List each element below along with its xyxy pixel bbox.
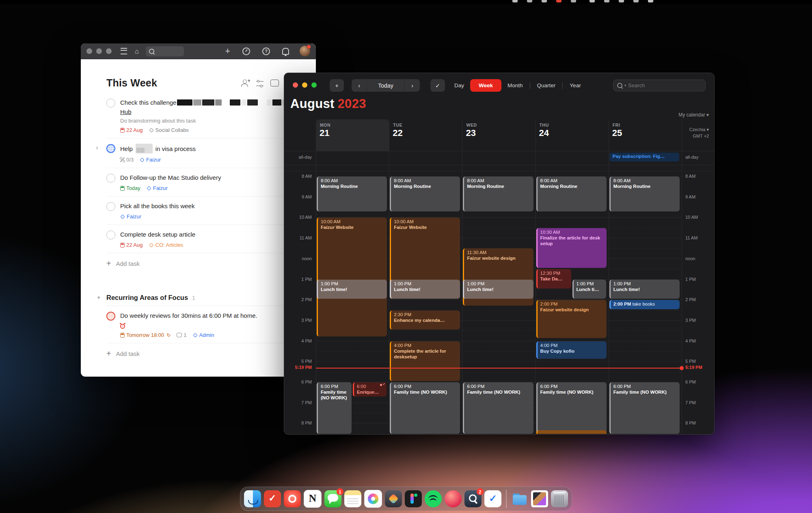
tasks-check-button[interactable]: ✓ [430, 79, 445, 92]
help-icon[interactable] [262, 47, 270, 55]
timezone-region[interactable]: Czechia ▾ [689, 127, 709, 132]
calendar-event[interactable]: 4:00 PMComplete the article for desksetu… [390, 341, 460, 381]
todoist-titlebar[interactable] [81, 43, 316, 59]
calendar-event[interactable]: 8:00 AMMorning Routine [463, 177, 533, 211]
dock-icon-finder[interactable] [244, 490, 261, 507]
dock-icon-screenshot-preview[interactable] [531, 490, 548, 507]
window-zoom-button[interactable] [311, 82, 317, 88]
calendar-event[interactable]: 8:00 AMMorning Routine [317, 177, 387, 211]
calendar-event[interactable]: 6:00 PMFamily time (NO WORK) [536, 382, 607, 434]
task-checkbox[interactable] [106, 174, 115, 183]
task-checkbox[interactable] [106, 99, 115, 108]
dock-icon-pink-media-app[interactable] [445, 490, 462, 507]
menubar-status-icon[interactable] [633, 0, 639, 2]
calendar-event[interactable]: 10:30 AMFinalize the article for desk se… [536, 228, 607, 268]
dock-icon-notes[interactable] [344, 490, 361, 507]
calendar-event[interactable]: 1:00 PMLunch time! [463, 280, 533, 299]
calendar-event[interactable]: 2:00 PMFaizur website design [536, 300, 607, 338]
view-tab-week[interactable]: Week [470, 79, 501, 92]
calendar-event[interactable]: 1:00 PMLunch time! [390, 280, 460, 299]
my-calendar-selector[interactable]: My calendar ▾ [678, 112, 709, 118]
task-checkbox[interactable] [106, 144, 115, 153]
next-week-button[interactable]: › [404, 79, 420, 92]
menubar-status-icon[interactable] [619, 0, 624, 2]
dock-icon-figma[interactable] [405, 490, 422, 507]
calendar-search-input[interactable]: ▾ Search [613, 80, 706, 91]
calendar-event[interactable]: 1:00 PMLunch time! [317, 280, 387, 299]
today-button[interactable]: Today [367, 79, 404, 92]
dock-icon-cube-app[interactable] [385, 490, 402, 507]
dock-icon-red-utility-app[interactable] [284, 490, 301, 507]
calendar-event[interactable]: 4:00 PMBuy Copy kofio [536, 341, 607, 359]
dock-icon-pinwheel-app[interactable] [364, 490, 382, 508]
calendar-event[interactable]: 10:00 AMFaizur Website [317, 218, 387, 336]
task-row[interactable]: Check this challengeHubDo brainstorming … [106, 93, 300, 138]
add-task-button[interactable]: + Add task [106, 343, 300, 364]
calendar-event[interactable]: 6:00 PMFamily time (NO WORK) [463, 382, 533, 434]
dock-icon-downloads-folder[interactable] [511, 490, 528, 507]
window-close-button[interactable] [86, 48, 92, 54]
calendar-event[interactable]: 6:00 PMFamily time (NO WORK) [390, 382, 460, 434]
calendar-event[interactable] [536, 430, 607, 434]
task-row[interactable]: Do weekly reviews for 30mins at 6:00 PM … [106, 306, 300, 343]
calendar-event[interactable]: 12:30 PMTake Da… [536, 269, 571, 289]
menubar-status-icon[interactable] [648, 0, 653, 2]
add-task-button[interactable]: + Add task [106, 253, 300, 274]
day-header-date[interactable]: 23 [466, 128, 475, 138]
calendar-event[interactable]: 8:00 AMMorning Routine [609, 177, 680, 211]
home-icon[interactable] [135, 48, 139, 55]
task-row[interactable]: Complete desk setup article22 AugCO: Art… [106, 225, 300, 253]
menubar-status-icon[interactable] [590, 0, 595, 2]
avatar[interactable] [300, 46, 310, 56]
dock-icon-search-utility-app[interactable]: 2 [464, 490, 482, 507]
calendar-event[interactable]: 8:00 AMMorning Routine [536, 177, 607, 211]
add-task-quick-button[interactable] [225, 47, 230, 56]
view-tab-year[interactable]: Year [564, 79, 587, 92]
section-header-recurring[interactable]: ▾ Recurring Areas of Focus 1 [106, 294, 300, 306]
task-row[interactable]: Do Follow-up the Mac Studio deliveryToda… [106, 168, 300, 196]
calendar-event[interactable]: 1:00 PMLunch time! [609, 280, 680, 299]
menubar-status-icon[interactable] [571, 0, 576, 2]
menubar-status-icon[interactable] [512, 0, 518, 2]
calendar-event[interactable]: 2:30 PMEnhance my calenda… [390, 310, 460, 330]
day-header-date[interactable]: 22 [393, 128, 402, 138]
view-tab-day[interactable]: Day [448, 79, 470, 92]
day-header-date[interactable]: 21 [320, 128, 329, 138]
dock-icon-todoist-app[interactable] [264, 490, 281, 507]
productivity-gauge-icon[interactable] [242, 47, 250, 55]
calendar-event[interactable]: 6:00Enrique… [353, 382, 387, 397]
dock-icon-messages[interactable]: 1 [324, 490, 341, 507]
expand-arrow-icon[interactable]: › [96, 144, 98, 152]
task-row[interactable]: Pick all the books this weekFaizur [106, 196, 300, 225]
calendar-event[interactable]: 1:00 PMLunch ti… [572, 280, 606, 299]
day-header-date[interactable]: 24 [539, 128, 549, 138]
menubar-status-icon[interactable] [527, 0, 532, 2]
task-checkbox[interactable] [106, 231, 115, 239]
comments-icon[interactable] [270, 80, 279, 86]
share-person-add-icon[interactable] [241, 80, 249, 87]
view-options-icon[interactable] [256, 81, 263, 86]
day-header-date[interactable]: 25 [612, 128, 622, 138]
task-checkbox[interactable] [106, 312, 115, 321]
menubar-status-icon[interactable] [542, 0, 547, 2]
chevron-down-icon[interactable]: ▾ [97, 295, 100, 300]
window-minimize-button[interactable] [302, 82, 307, 88]
calendar-event[interactable]: 2:00 PM take books [609, 300, 680, 309]
dock-icon-notion[interactable] [304, 490, 322, 508]
window-close-button[interactable] [293, 82, 298, 88]
menu-icon[interactable] [121, 48, 127, 54]
dock-icon-trash[interactable] [551, 490, 568, 507]
task-row[interactable]: ›Helpin visa process0/3Faizur [106, 138, 300, 168]
search-input[interactable] [146, 46, 184, 56]
menubar-recording-indicator[interactable] [556, 0, 561, 2]
window-minimize-button[interactable] [96, 48, 102, 54]
window-zoom-button[interactable] [106, 48, 112, 54]
calendar-event[interactable]: 8:00 AMMorning Routine [390, 177, 460, 211]
task-link[interactable]: Hub [120, 108, 300, 115]
notifications-bell-icon[interactable] [282, 48, 289, 55]
task-checkbox[interactable] [106, 202, 115, 211]
calendar-event[interactable]: 6:00 PMFamily time (NO WORK) [317, 382, 352, 434]
dock-icon-tasks-app[interactable] [484, 490, 501, 507]
menubar-status-icon[interactable] [604, 0, 609, 2]
calendar-event[interactable]: 6:00 PMFamily time (NO WORK) [609, 382, 680, 434]
